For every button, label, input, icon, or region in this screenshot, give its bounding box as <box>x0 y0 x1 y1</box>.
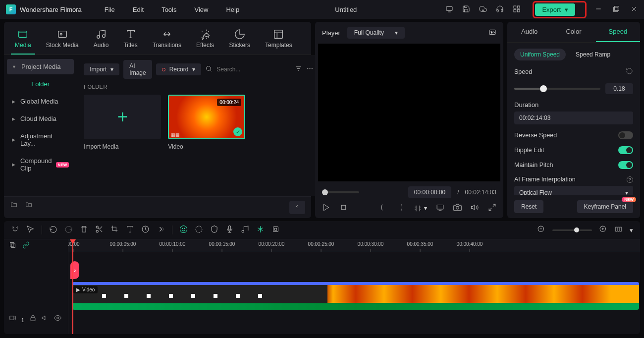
zoom-out-icon[interactable] <box>537 225 545 235</box>
tab-stock-media[interactable]: Stock Media <box>42 26 83 55</box>
search-input[interactable] <box>216 66 291 73</box>
timeline-tracks[interactable]: 00:00 00:00:05:00 00:00:10:00 00:00:15:0… <box>68 239 640 334</box>
new-folder-icon[interactable] <box>10 201 18 214</box>
sidebar-folder[interactable]: Folder <box>7 76 74 92</box>
zoom-slider[interactable] <box>552 229 592 231</box>
ai-avatar-icon[interactable] <box>179 225 188 235</box>
tab-titles[interactable]: Titles <box>119 26 141 55</box>
save-icon[interactable] <box>462 5 470 14</box>
menu-help[interactable]: Help <box>219 6 246 13</box>
snapshot-icon[interactable] <box>453 203 462 213</box>
import-media-tile[interactable]: + Import Media <box>84 95 161 150</box>
more-icon[interactable] <box>306 65 314 74</box>
menu-tools[interactable]: Tools <box>155 6 183 13</box>
timeline-ruler[interactable]: 00:00 00:00:05:00 00:00:10:00 00:00:15:0… <box>68 239 640 252</box>
menu-view[interactable]: View <box>187 6 215 13</box>
new-bin-icon[interactable] <box>25 201 33 214</box>
sidebar-adjustment-layer[interactable]: ▶Adjustment Lay... <box>7 128 74 151</box>
tab-effects[interactable]: Effects <box>192 26 218 55</box>
magnet-icon[interactable] <box>11 225 19 235</box>
video-thumbnail[interactable]: 00:00:24 ✓ ▦▦ Video <box>168 95 245 150</box>
duration-input[interactable]: 00:02:14:03 <box>514 112 633 124</box>
cloud-icon[interactable] <box>479 5 487 14</box>
more-tools-icon[interactable] <box>157 225 165 235</box>
tab-audio[interactable]: Audio <box>90 26 113 55</box>
audio-beat-icon[interactable] <box>241 225 249 235</box>
sidebar-project-media[interactable]: ▼Project Media <box>7 59 74 74</box>
display-icon[interactable] <box>436 203 444 213</box>
sidebar-compound-clip[interactable]: ▶Compound ClipNEW <box>7 153 74 176</box>
menu-file[interactable]: File <box>98 6 122 13</box>
ai-image-button[interactable]: AI Image <box>123 60 152 79</box>
text-tool-icon[interactable] <box>126 225 134 235</box>
zoom-fit-icon[interactable] <box>614 225 623 235</box>
snapshot-gallery-icon[interactable] <box>488 28 496 38</box>
smart-cut-icon[interactable] <box>256 225 265 235</box>
mark-out-icon[interactable] <box>396 203 405 213</box>
crop-icon[interactable] <box>110 225 119 235</box>
quality-dropdown[interactable]: Full Quality▾ <box>347 27 405 39</box>
keyframe-panel-button[interactable]: Keyframe Panel NEW <box>577 200 633 213</box>
playhead[interactable] <box>72 239 73 334</box>
video-clip[interactable]: ▶ Video <box>72 282 639 310</box>
video-track-header[interactable]: 1 <box>4 252 68 334</box>
split-icon[interactable] <box>95 225 104 235</box>
mute-track-icon[interactable] <box>42 314 49 323</box>
maintain-pitch-toggle[interactable] <box>618 161 633 169</box>
import-dropdown[interactable]: Import▾ <box>84 63 119 75</box>
maximize-icon[interactable] <box>612 5 620 14</box>
interpolation-select[interactable]: Optical Flow▾ <box>514 186 633 195</box>
timecode-current[interactable]: 00:00:00:00 <box>408 186 451 198</box>
subtab-speed-ramp[interactable]: Speed Ramp <box>570 49 616 60</box>
tab-templates[interactable]: Templates <box>261 26 296 55</box>
apps-icon[interactable] <box>513 5 521 14</box>
redo-icon[interactable] <box>64 225 73 235</box>
zoom-in-icon[interactable] <box>599 225 607 235</box>
mask-icon[interactable] <box>210 225 218 235</box>
speed-value[interactable]: 0.18 <box>605 83 633 94</box>
minimize-icon[interactable] <box>594 5 602 14</box>
tab-media[interactable]: Media <box>11 26 35 55</box>
undo-icon[interactable] <box>49 225 57 235</box>
timeline-settings-icon[interactable]: ▾ <box>630 226 633 234</box>
speed-ramp-icon[interactable] <box>141 225 150 235</box>
close-icon[interactable] <box>630 5 638 14</box>
mark-in-icon[interactable] <box>379 203 387 213</box>
subtab-uniform-speed[interactable]: Uniform Speed <box>514 49 566 60</box>
link-track-icon[interactable] <box>22 241 30 250</box>
clip-width-dropdown[interactable]: ▾ <box>414 204 427 213</box>
ripple-edit-toggle[interactable] <box>618 146 633 154</box>
monitor-icon[interactable] <box>445 5 453 14</box>
play-icon[interactable] <box>322 203 330 213</box>
sidebar-global-media[interactable]: ▶Global Media <box>7 94 74 109</box>
tab-color-props[interactable]: Color <box>551 22 595 42</box>
cursor-icon[interactable] <box>26 225 35 235</box>
tab-stickers[interactable]: Stickers <box>225 26 254 55</box>
reset-button[interactable]: Reset <box>514 200 543 213</box>
info-icon[interactable]: ? <box>627 176 633 183</box>
delete-icon[interactable] <box>80 225 88 235</box>
dup-track-icon[interactable] <box>9 241 16 250</box>
fullscreen-icon[interactable] <box>488 203 496 213</box>
visibility-track-icon[interactable] <box>54 314 61 323</box>
filter-icon[interactable] <box>295 65 302 74</box>
volume-icon[interactable] <box>471 203 479 213</box>
stop-icon[interactable] <box>339 203 348 213</box>
voiceover-icon[interactable] <box>225 225 234 235</box>
reverse-speed-toggle[interactable] <box>618 131 633 139</box>
headphones-icon[interactable] <box>496 5 504 14</box>
tab-audio-props[interactable]: Audio <box>507 22 551 42</box>
lock-track-icon[interactable] <box>29 314 37 323</box>
color-tool-icon[interactable] <box>195 225 203 235</box>
marker-icon[interactable] <box>271 225 280 235</box>
preview-viewport[interactable] <box>318 44 500 181</box>
tab-transitions[interactable]: Transitions <box>149 26 185 55</box>
tab-speed-props[interactable]: Speed <box>596 22 640 42</box>
reset-speed-icon[interactable] <box>626 67 633 76</box>
collapse-sidebar-button[interactable] <box>289 201 305 214</box>
sidebar-cloud-media[interactable]: ▶Cloud Media <box>7 111 74 126</box>
speed-slider[interactable] <box>514 88 600 90</box>
menu-edit[interactable]: Edit <box>126 6 151 13</box>
scrub-slider[interactable] <box>322 191 359 193</box>
record-dropdown[interactable]: Record▾ <box>156 63 202 75</box>
